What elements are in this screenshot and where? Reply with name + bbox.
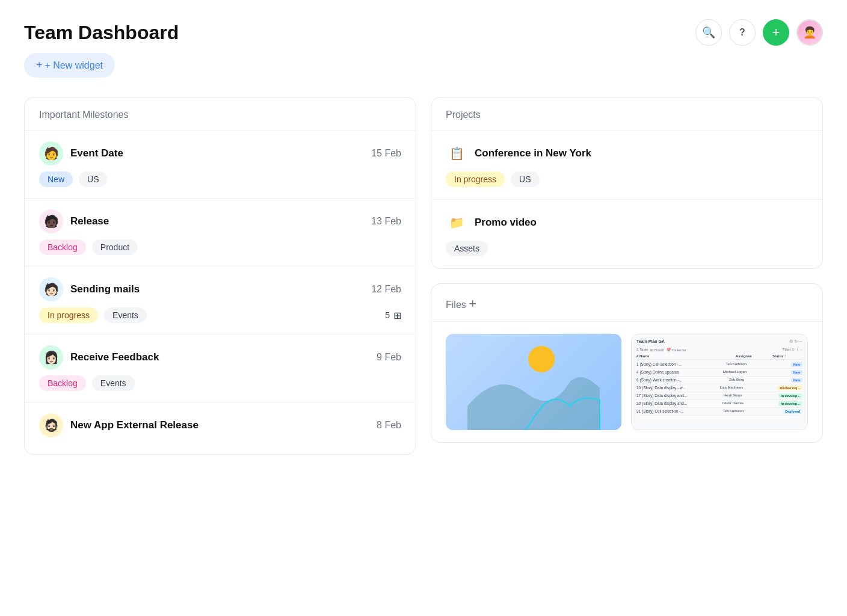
milestone-name: Release [70, 215, 109, 227]
milestone-name: Event Date [70, 147, 123, 159]
milestones-header: Important Milestones [25, 97, 416, 131]
right-column: Projects 📋 Conference in New York In pro… [431, 97, 823, 443]
table-body: 1 (Story) Cell selection -... Tea Karlss… [636, 361, 802, 416]
projects-header: Projects [431, 97, 822, 131]
file-thumb-header: Team Plan GA ⚙ ↻ ··· [636, 339, 802, 344]
avatar: 🧑 [39, 141, 63, 165]
milestone-name: New App External Release [70, 419, 199, 431]
page-header: Team Dashboard 🔍 ? + 🧑‍🦱 [24, 19, 823, 46]
project-icon: 📁 [446, 212, 467, 233]
avatar: 🧑🏿 [39, 209, 63, 233]
list-item: 📁 Promo video Assets [431, 200, 822, 268]
milestone-date: 15 Feb [371, 148, 401, 159]
files-preview: Team Plan GA ⚙ ↻ ··· ≡ Table ⊞ Board 📅 C… [431, 322, 822, 442]
milestones-title: Important Milestones [39, 109, 129, 120]
files-add-button[interactable]: + [469, 296, 476, 312]
table-row: 10 (Story) Data display - w... Lisa Matt… [636, 384, 802, 392]
tag-us: US [79, 171, 107, 187]
avatar: 👩🏻 [39, 345, 63, 369]
list-item: 👩🏻 Receive Feedback 9 Feb Backlog Events [25, 334, 416, 402]
avatar-image: 🧑‍🦱 [798, 20, 822, 45]
milestones-card: Important Milestones 🧑 Event Date 15 Feb… [24, 97, 416, 455]
table-row: 31 (Story) Cell selection -... Tea Karls… [636, 408, 802, 416]
list-item: 🧑 Event Date 15 Feb New US [25, 131, 416, 199]
milestone-date: 12 Feb [371, 284, 401, 295]
milestone-name: Receive Feedback [70, 351, 159, 363]
tag-us: US [511, 171, 539, 187]
tag-backlog: Backlog [39, 375, 86, 391]
help-icon: ? [739, 27, 745, 38]
tag-product: Product [92, 239, 138, 255]
tag-events: Events [92, 375, 135, 391]
add-icon: + [772, 25, 780, 40]
file-toolbar: ⚙ ↻ ··· [789, 339, 802, 344]
new-widget-label: + New widget [45, 60, 103, 71]
help-button[interactable]: ? [729, 19, 756, 46]
add-button[interactable]: + [763, 19, 789, 46]
milestone-date: 9 Feb [377, 352, 401, 363]
file-thumbnail-2[interactable]: Team Plan GA ⚙ ↻ ··· ≡ Table ⊞ Board 📅 C… [631, 334, 808, 430]
grid-icon: ⊞ [393, 310, 401, 321]
view-tabs: ≡ Table ⊞ Board 📅 Calendar Filter ≡↑ ↕ ·… [636, 348, 802, 352]
search-icon: 🔍 [702, 26, 715, 39]
table-header: # Name Assignee Status ↑ [636, 354, 802, 360]
file-thumbnail-1[interactable] [446, 334, 621, 430]
table-row: 1 (Story) Cell selection -... Tea Karlss… [636, 361, 802, 369]
header-left: Team Dashboard [24, 22, 179, 44]
files-card: Files + Team Plan GA [431, 283, 823, 443]
milestone-name: Sending mails [70, 283, 140, 295]
list-item: 🧑🏻 Sending mails 12 Feb In progress Even… [25, 266, 416, 334]
wave-decoration [446, 358, 621, 430]
list-item: 🧑🏿 Release 13 Feb Backlog Product [25, 199, 416, 266]
user-avatar[interactable]: 🧑‍🦱 [796, 19, 823, 46]
table-row: 4 (Story) Online updates Michael Logan N… [636, 369, 802, 377]
files-header: Files + [431, 284, 822, 322]
projects-card: Projects 📋 Conference in New York In pro… [431, 97, 823, 269]
header-actions: 🔍 ? + 🧑‍🦱 [695, 19, 823, 46]
page-title: Team Dashboard [24, 22, 179, 44]
milestone-count: 5 ⊞ [385, 310, 401, 321]
tag-assets: Assets [446, 241, 488, 256]
new-widget-button[interactable]: + + New widget [24, 53, 115, 78]
table-row: 17 (Story) Data display and... Heidi Sto… [636, 392, 802, 400]
tag-backlog: Backlog [39, 239, 86, 255]
files-title: Files [446, 300, 466, 310]
new-widget-icon: + [36, 59, 43, 72]
milestone-date: 13 Feb [371, 216, 401, 227]
file-name: Team Plan GA [636, 339, 665, 344]
table-row: 20 (Story) Data display and... Oliver Da… [636, 400, 802, 408]
list-item: 📋 Conference in New York In progress US [431, 131, 822, 200]
projects-title: Projects [446, 109, 481, 120]
tag-new: New [39, 171, 73, 187]
project-icon: 📋 [446, 143, 467, 164]
tag-inprogress: In progress [39, 307, 98, 323]
main-layout: Important Milestones 🧑 Event Date 15 Feb… [24, 97, 823, 455]
tag-inprogress: In progress [446, 171, 505, 187]
list-item: 🧔🏻 New App External Release 8 Feb [25, 402, 416, 454]
avatar: 🧔🏻 [39, 413, 63, 437]
table-row: 6 (Story) Work creation -... Zeb Berg Ne… [636, 377, 802, 384]
search-button[interactable]: 🔍 [695, 19, 722, 46]
project-name: Conference in New York [475, 147, 591, 159]
project-name: Promo video [475, 217, 537, 229]
tag-events: Events [104, 307, 147, 323]
avatar: 🧑🏻 [39, 277, 63, 301]
milestone-date: 8 Feb [377, 420, 401, 431]
